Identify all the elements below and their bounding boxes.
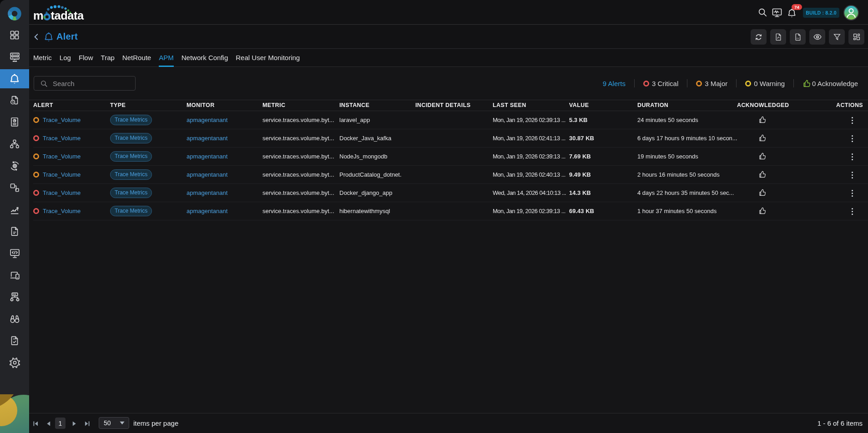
svg-text:csv: csv — [796, 37, 799, 39]
